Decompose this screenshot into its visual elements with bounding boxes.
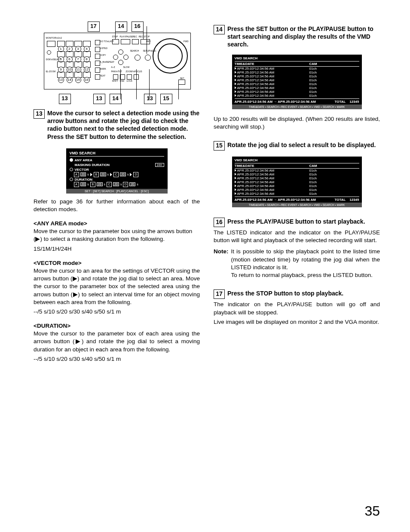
step-16: 16 Press the PLAY/PAUSE button to start … [214, 218, 380, 227]
any-area-heading: <ANY AREA mode> [34, 220, 200, 227]
results-footer-2: TIME&DATE • SEARCH • REC EVENT • SEARCH … [232, 203, 362, 207]
step-17-number: 17 [214, 289, 225, 299]
panel-bottom-callouts: 13 13 14 13 15 [44, 94, 190, 104]
play-icon [235, 181, 236, 183]
step-15-text: Rotate the jog dial to select a result t… [227, 141, 376, 149]
osd-vector: VECTOR [75, 168, 89, 172]
any-area-body-2: 1S/1M/1H/24H [34, 245, 200, 253]
step-17-body-1: The indicator on the PLAY/PAUSE button w… [214, 301, 380, 316]
play-icon [235, 90, 236, 93]
radio-any-area-icon [70, 158, 73, 162]
table-row: APR.25.03*12:34:56 AM01ch [235, 86, 359, 90]
callout-15c: 15 [160, 94, 172, 104]
arrow-right-icon [130, 173, 132, 176]
play-icon [235, 86, 236, 89]
table-row: APR.25.03*12:34:56 AM01ch [235, 74, 359, 78]
step-16-number: 16 [214, 218, 225, 227]
step-17-body-2: Live images will be displayed on monitor… [214, 318, 380, 326]
table-row: APR.25.03*12:34:56 AM01ch [235, 71, 359, 74]
panel-top-callouts: 17 14 16 [88, 22, 146, 32]
play-icon [235, 83, 236, 85]
duration-body-2: --/5 s/10 s/20 s/30 s/40 s/50 s/1 m [34, 355, 200, 363]
table-row: APR.25.03*12:34:56 AM01ch [235, 90, 359, 94]
step-14-text: Press the SET button or the PLAY/PAUSE b… [227, 25, 380, 49]
table-row: APR.25.03*12:34:56 AM01ch [235, 94, 359, 98]
table-row: APR.25.03*12:34:56 AM01ch [235, 192, 359, 196]
duration-body-1: Move the cursor to the parameter box of … [34, 330, 200, 354]
device-panel-figure: 17 14 16 [44, 33, 190, 89]
results-rows-8: APR.25.03*12:34:56 AM01chAPR.25.03*12:34… [235, 66, 359, 98]
radio-vector-icon [70, 168, 73, 171]
callout-14b: 14 [110, 94, 122, 104]
step-16-text: Press the PLAY/PAUSE button to start pla… [227, 218, 365, 225]
table-row: APR.25.03*12:34:56 AM01ch [235, 82, 359, 86]
page-number: 35 [364, 503, 380, 519]
arrow-right-icon [110, 173, 112, 176]
step-14-number: 14 [214, 25, 225, 34]
step-14: 14 Press the SET button or the PLAY/PAUS… [214, 25, 380, 49]
table-row: APR.25.03*12:34:56 AM01ch [235, 172, 359, 176]
vector-body-2: --/5 s/10 s/20 s/30 s/40 s/50 s/1 m [34, 308, 200, 316]
results-range-2: APR.25.03*12:34:56 AM → APR.25.03*12:34:… [235, 198, 316, 202]
osd-any-area: ANY AREA [75, 158, 92, 162]
note: Note: It is possible to skip the playbac… [214, 248, 380, 279]
osd-footer: SET : [SET] SEARCH : [PLAY] CANCEL : [ES… [66, 189, 168, 194]
table-row: APR.25.03*12:34:56 AM01ch [235, 184, 359, 188]
results-footer: TIME&DATE • SEARCH • REC EVENT • SEARCH … [232, 105, 362, 109]
results-title-2: VMD SEARCH [235, 158, 359, 162]
results-title: VMD SEARCH [235, 56, 359, 60]
table-row: APR.25.03*12:34:56 AM01ch [235, 169, 359, 173]
play-icon [235, 94, 236, 97]
vector-body-1: Move the cursor to an area for the setti… [34, 267, 200, 306]
any-area-body-1: Move the cursor to the parameter box usi… [34, 228, 200, 243]
play-icon [235, 185, 236, 187]
step-13-number: 13 [34, 109, 45, 119]
play-icon [235, 169, 236, 172]
callout-14: 14 [115, 22, 127, 32]
play-icon [235, 71, 236, 74]
play-icon [235, 173, 236, 175]
table-row: APR.25.03*12:34:56 AM01ch [235, 176, 359, 180]
callout-13c: 13 [144, 94, 156, 104]
duration-segments: A 20s B 20s C 20s D 20s [74, 182, 164, 187]
refer-text: Refer to page 36 for further information… [34, 198, 200, 213]
left-column: 17 14 16 [34, 22, 200, 366]
vmd-results-2: VMD SEARCH TIME&DATECAM APR.25.03*12:34:… [232, 157, 362, 207]
play-icon [235, 75, 236, 77]
results-range: APR.25.03*12:34:56 AM → APR.25.03*12:34:… [235, 100, 316, 104]
vector-heading: <VECTOR mode> [34, 260, 200, 266]
osd-masking: MASKING DURATION [75, 163, 110, 167]
osd-duration: DURATION [75, 178, 93, 181]
play-icon [235, 177, 236, 179]
results-table: TIME&DATECAM APR.25.03*12:34:56 AM01chAP… [235, 61, 359, 98]
vmd-search-osd: VMD SEARCH ANY AREA MASKING DURATION 24H… [66, 148, 168, 194]
callout-13a: 13 [59, 94, 71, 104]
play-icon [235, 192, 236, 195]
table-row: APR.25.03*12:34:56 AM01ch [235, 78, 359, 82]
results-table-2: TIME&DATECAM APR.25.03*12:34:56 AM01chAP… [235, 163, 359, 196]
results-rows-7: APR.25.03*12:34:56 AM01chAPR.25.03*12:34… [235, 169, 359, 196]
callout-17: 17 [88, 22, 100, 32]
step-13-text: Move the cursor to select a detection mo… [47, 109, 200, 141]
vmd-results-1: VMD SEARCH TIME&DATECAM APR.25.03*12:34:… [232, 55, 362, 109]
osd-title: VMD SEARCH [70, 151, 164, 157]
play-icon [235, 188, 236, 191]
osd-masking-value: 24H [155, 163, 164, 167]
step-17-text: Press the STOP button to stop playback. [227, 289, 343, 297]
jog-dial-icon [153, 38, 188, 74]
vector-segments: A 20s B 20s C 20s D [74, 172, 164, 177]
right-column: 14 Press the SET button or the PLAY/PAUS… [214, 22, 380, 366]
step-13: 13 Move the cursor to select a detection… [34, 109, 200, 141]
callout-13b: 13 [93, 94, 105, 104]
step-16-body: The LISTED indicator and the indicator o… [214, 229, 380, 244]
callout-16: 16 [132, 22, 144, 32]
arrow-right-icon [90, 173, 92, 176]
table-row: APR.25.03*12:34:56 AM01ch [235, 66, 359, 71]
duration-heading: <DURATION> [34, 323, 200, 329]
step-15: 15 Rotate the jog dial to select a resul… [214, 141, 380, 151]
step-15-number: 15 [214, 141, 225, 151]
radio-duration-icon [70, 178, 73, 181]
upto-text: Up to 200 results will be displayed. (Wh… [214, 115, 380, 131]
table-row: APR.25.03*12:34:56 AM01ch [235, 188, 359, 192]
note-label: Note: [214, 248, 229, 279]
